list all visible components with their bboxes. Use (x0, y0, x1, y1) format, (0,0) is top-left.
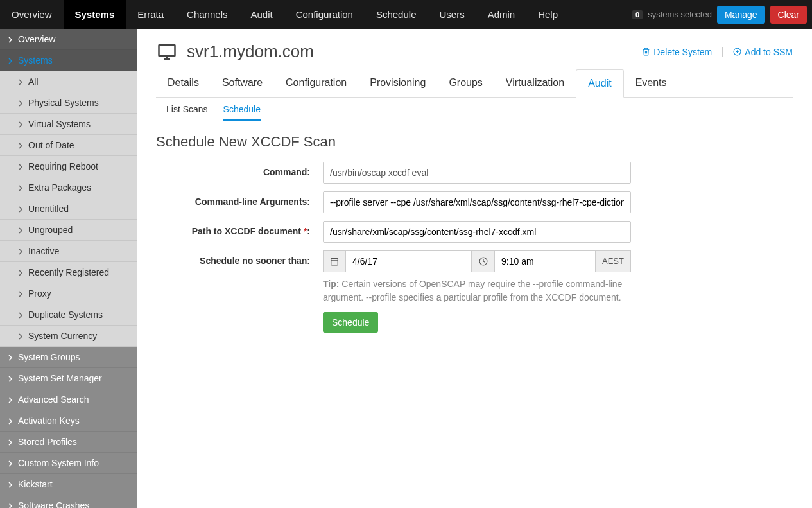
chevron-right-icon (8, 37, 13, 42)
sidebar-item-label: Activation Keys (18, 416, 80, 426)
topnav-overview[interactable]: Overview (0, 0, 64, 29)
command-label: Command: (156, 162, 323, 177)
sidebar-item-recently-registered[interactable]: Recently Registered (0, 262, 137, 283)
sidebar-item-unentitled[interactable]: Unentitled (0, 198, 137, 220)
add-to-ssm-link[interactable]: Add to SSM (733, 47, 793, 57)
sidebar-item-label: Physical Systems (28, 98, 99, 108)
sidebar-item-label: Systems (18, 55, 53, 66)
chevron-right-icon (18, 333, 23, 338)
tip-text: Tip: Certain versions of OpenSCAP may re… (323, 277, 631, 304)
topnav-help[interactable]: Help (526, 0, 569, 29)
chevron-right-icon (18, 249, 23, 254)
sidebar-item-virtual-systems[interactable]: Virtual Systems (0, 114, 137, 135)
sidebar-item-systems[interactable]: Systems (0, 50, 137, 71)
sidebar-item-label: Virtual Systems (28, 119, 91, 129)
sidebar-item-label: Proxy (28, 288, 51, 299)
sidebar-item-label: Kickstart (18, 479, 53, 489)
chevron-right-icon (18, 270, 23, 275)
topnav-configuration[interactable]: Configuration (284, 0, 365, 29)
topnav-errata[interactable]: Errata (126, 0, 175, 29)
chevron-right-icon (8, 482, 13, 487)
clear-button[interactable]: Clear (770, 6, 807, 24)
sidebar-item-all[interactable]: All (0, 71, 137, 92)
topnav-systems[interactable]: Systems (64, 0, 126, 29)
subtab-list-scans[interactable]: List Scans (166, 104, 208, 121)
sidebar-item-proxy[interactable]: Proxy (0, 283, 137, 304)
chevron-right-icon (18, 291, 23, 296)
command-input (323, 162, 631, 184)
chevron-right-icon (18, 79, 23, 84)
chevron-right-icon (18, 312, 23, 317)
sidebar-item-ungrouped[interactable]: Ungrouped (0, 220, 137, 241)
sidebar: OverviewSystemsAllPhysical SystemsVirtua… (0, 29, 137, 508)
sidebar-item-system-currency[interactable]: System Currency (0, 326, 137, 347)
args-input[interactable] (323, 191, 631, 213)
ssm-area: 0systems selectedManageClear (632, 0, 812, 29)
topnav-schedule[interactable]: Schedule (365, 0, 428, 29)
sidebar-item-overview[interactable]: Overview (0, 29, 137, 50)
tab-groups[interactable]: Groups (437, 69, 494, 97)
trash-icon (642, 48, 650, 56)
timezone-badge: AEST (596, 250, 631, 272)
audit-subtabs: List ScansSchedule (156, 98, 793, 121)
delete-system-link[interactable]: Delete System (642, 47, 712, 57)
sidebar-item-stored-profiles[interactable]: Stored Profiles (0, 432, 137, 453)
path-input[interactable] (323, 221, 631, 243)
tab-software[interactable]: Software (211, 69, 274, 97)
tab-audit[interactable]: Audit (576, 69, 623, 98)
time-input[interactable] (495, 250, 596, 272)
chevron-right-icon (8, 355, 13, 360)
schedule-button[interactable]: Schedule (323, 312, 378, 333)
topnav-admin[interactable]: Admin (476, 0, 527, 29)
svg-rect-0 (159, 44, 175, 56)
topnav-users[interactable]: Users (428, 0, 476, 29)
sidebar-item-inactive[interactable]: Inactive (0, 241, 137, 262)
sidebar-item-label: Advanced Search (18, 394, 89, 405)
date-input[interactable] (346, 250, 472, 272)
topnav-channels[interactable]: Channels (175, 0, 239, 29)
chevron-right-icon (8, 460, 13, 466)
tab-configuration[interactable]: Configuration (274, 69, 358, 97)
topnav-audit[interactable]: Audit (239, 0, 284, 29)
sidebar-item-duplicate-systems[interactable]: Duplicate Systems (0, 304, 137, 326)
sidebar-item-extra-packages[interactable]: Extra Packages (0, 177, 137, 198)
sidebar-item-label: Stored Profiles (18, 437, 77, 447)
subtab-schedule[interactable]: Schedule (223, 104, 261, 121)
tab-events[interactable]: Events (624, 69, 678, 97)
sidebar-item-custom-system-info[interactable]: Custom System Info (0, 453, 137, 474)
sidebar-item-label: Overview (18, 34, 55, 44)
sidebar-item-software-crashes[interactable]: Software Crashes (0, 495, 137, 508)
tab-provisioning[interactable]: Provisioning (358, 69, 437, 97)
chevron-right-icon (8, 418, 13, 423)
sidebar-item-requiring-reboot[interactable]: Requiring Reboot (0, 156, 137, 177)
sidebar-item-label: Custom System Info (18, 458, 99, 468)
separator (722, 47, 723, 57)
sidebar-item-label: Unentitled (28, 204, 69, 214)
sidebar-item-out-of-date[interactable]: Out of Date (0, 135, 137, 156)
sidebar-item-label: System Groups (18, 352, 80, 362)
chevron-right-icon (8, 439, 13, 444)
tab-virtualization[interactable]: Virtualization (494, 69, 576, 97)
sidebar-item-system-groups[interactable]: System Groups (0, 347, 137, 368)
chevron-right-icon (18, 100, 23, 105)
chevron-right-icon (18, 206, 23, 211)
sidebar-item-activation-keys[interactable]: Activation Keys (0, 410, 137, 432)
tab-details[interactable]: Details (156, 69, 211, 97)
sidebar-item-advanced-search[interactable]: Advanced Search (0, 389, 137, 410)
sidebar-item-label: System Set Manager (18, 373, 102, 383)
sidebar-item-physical-systems[interactable]: Physical Systems (0, 92, 137, 114)
chevron-right-icon (8, 503, 13, 508)
sidebar-item-system-set-manager[interactable]: System Set Manager (0, 368, 137, 389)
sidebar-item-kickstart[interactable]: Kickstart (0, 474, 137, 495)
plus-circle-icon (733, 48, 741, 56)
manage-button[interactable]: Manage (717, 6, 765, 24)
host-name: svr1.mydom.com (187, 42, 314, 62)
clock-icon[interactable] (472, 250, 495, 272)
chevron-right-icon (18, 164, 23, 169)
page-title: Schedule New XCCDF Scan (156, 134, 793, 150)
sidebar-item-label: Software Crashes (18, 500, 89, 508)
sidebar-item-label: System Currency (28, 331, 97, 341)
chevron-right-icon (8, 397, 13, 402)
calendar-icon[interactable] (323, 250, 346, 272)
ssm-label: systems selected (648, 10, 712, 19)
